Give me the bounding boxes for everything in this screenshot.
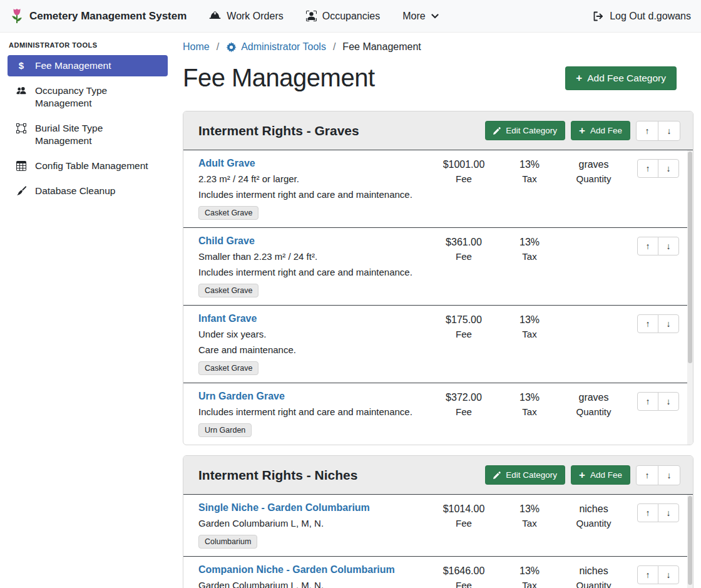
arrow-up-icon: ↑: [646, 570, 650, 580]
sidebar-item-label: Burial Site Type Management: [35, 122, 160, 147]
fee-name-link[interactable]: Child Grave: [198, 235, 429, 247]
fee-description-1: Garden Columbarium L, M, N.: [198, 580, 429, 588]
move-fee-up-button[interactable]: ↑: [637, 237, 658, 255]
move-fee-down-button[interactable]: ↓: [658, 159, 679, 178]
fee-description-1: Smaller than 2.23 m² / 24 ft².: [198, 251, 429, 262]
fee-amount-value: $372.00: [429, 392, 498, 403]
add-fee-button[interactable]: + Add Fee: [571, 465, 630, 485]
move-category-up-button[interactable]: ↑: [636, 465, 658, 485]
fee-tax-label: Tax: [498, 518, 561, 529]
breadcrumb-admin-tools-label: Administrator Tools: [241, 41, 326, 53]
move-fee-down-button[interactable]: ↓: [658, 237, 679, 255]
fee-tax-value: 13%: [498, 314, 561, 326]
arrow-down-icon: ↓: [667, 163, 671, 173]
fee-quantity-value: graves: [561, 392, 627, 403]
add-fee-category-label: Add Fee Category: [587, 73, 666, 84]
fee-quantity-cell: graves Quantity: [561, 391, 627, 417]
nav-occupancies[interactable]: Occupancies: [306, 11, 381, 22]
fee-quantity-label: Quantity: [561, 580, 627, 588]
scrollbar-thumb[interactable]: [688, 496, 692, 585]
fee-description-2: Includes interment right and care and ma…: [198, 189, 429, 200]
arrow-down-icon: ↓: [667, 319, 671, 329]
person-bounding-box-icon: [306, 11, 317, 21]
brand-title: Cemetery Management System: [29, 10, 187, 23]
sidebar-item-database-cleanup[interactable]: Database Cleanup: [8, 180, 168, 202]
fee-name-link[interactable]: Companion Niche - Garden Columbarium: [198, 564, 429, 575]
move-fee-down-button[interactable]: ↓: [658, 314, 679, 333]
fee-name-link[interactable]: Adult Grave: [198, 158, 429, 169]
breadcrumb: Home / Administrator Tools / Fee Managem…: [183, 41, 693, 53]
move-fee-up-button[interactable]: ↑: [637, 314, 658, 333]
fee-amount-cell: $1014.00 Fee: [429, 502, 498, 529]
move-category-down-button[interactable]: ↓: [658, 121, 680, 141]
tulip-logo-icon: [10, 8, 24, 24]
fee-rows: Adult Grave 2.23 m² / 24 ft² or larger. …: [183, 150, 693, 445]
sidebar-item-burial-site-type-management[interactable]: Burial Site Type Management: [8, 118, 168, 152]
vertical-scrollbar[interactable]: [687, 495, 693, 588]
arrow-down-icon: ↓: [667, 508, 671, 518]
fee-name-link[interactable]: Single Niche - Garden Columbarium: [198, 502, 429, 513]
add-fee-button[interactable]: + Add Fee: [571, 121, 630, 140]
table-icon: [15, 161, 28, 171]
fee-type-tag: Columbarium: [198, 535, 257, 549]
edit-category-label: Edit Category: [506, 126, 557, 135]
move-fee-up-button[interactable]: ↑: [637, 503, 658, 522]
arrow-up-icon: ↑: [646, 508, 650, 518]
fee-row: Urn Garden Grave Includes interment righ…: [183, 383, 693, 445]
move-fee-up-button[interactable]: ↑: [637, 159, 658, 178]
add-fee-category-button[interactable]: + Add Fee Category: [565, 66, 677, 90]
nav-more[interactable]: More: [402, 11, 438, 22]
sidebar-item-label: Occupancy Type Management: [35, 85, 160, 110]
logout-icon: [593, 11, 604, 21]
sidebar-item-config-table-management[interactable]: Config Table Management: [8, 155, 168, 177]
fee-name-link[interactable]: Infant Grave: [198, 313, 429, 324]
fee-amount-cell: $361.00 Fee: [429, 235, 498, 262]
nav-work-orders[interactable]: Work Orders: [209, 11, 283, 22]
fee-amount-value: $175.00: [429, 314, 498, 326]
fee-rows: Single Niche - Garden Columbarium Garden…: [183, 495, 693, 588]
fee-type-tag: Casket Grave: [198, 284, 258, 297]
category-body: Adult Grave 2.23 m² / 24 ft² or larger. …: [183, 150, 693, 445]
breadcrumb-home-link[interactable]: Home: [183, 41, 210, 53]
fee-tax-cell: 13% Tax: [498, 564, 561, 588]
fee-row: Infant Grave Under six years. Care and m…: [183, 305, 693, 383]
breadcrumb-admin-tools-link[interactable]: Administrator Tools: [226, 41, 326, 53]
fee-amount-value: $1646.00: [429, 565, 498, 577]
move-category-up-button[interactable]: ↑: [636, 121, 658, 141]
move-fee-down-button[interactable]: ↓: [658, 392, 679, 411]
category-list: Interment Rights - Graves Edit Category …: [183, 111, 693, 588]
move-fee-down-button[interactable]: ↓: [658, 503, 679, 522]
fee-amount-label: Fee: [429, 329, 498, 339]
scrollbar-thumb[interactable]: [688, 152, 692, 363]
fee-info: Child Grave Smaller than 2.23 m² / 24 ft…: [198, 235, 429, 297]
bounding-box-icon: [15, 123, 28, 133]
add-fee-label: Add Fee: [590, 126, 622, 135]
sidebar-item-occupancy-type-management[interactable]: Occupancy Type Management: [8, 80, 168, 114]
fee-amount-label: Fee: [429, 518, 498, 529]
logout-button[interactable]: Log Out d.gowans: [593, 11, 691, 22]
breadcrumb-separator: /: [217, 41, 219, 53]
edit-category-button[interactable]: Edit Category: [485, 465, 565, 485]
arrow-down-icon: ↓: [667, 470, 672, 480]
edit-category-button[interactable]: Edit Category: [485, 121, 565, 140]
fee-reorder-buttons: ↑ ↓: [627, 564, 679, 584]
fee-category-card: Interment Rights - Niches Edit Category …: [183, 455, 693, 588]
move-fee-down-button[interactable]: ↓: [658, 565, 679, 584]
category-reorder-buttons: ↑ ↓: [636, 121, 680, 141]
move-fee-up-button[interactable]: ↑: [637, 565, 658, 584]
fee-quantity-value: niches: [561, 565, 627, 577]
fee-name-link[interactable]: Urn Garden Grave: [198, 391, 429, 402]
move-category-down-button[interactable]: ↓: [658, 465, 680, 485]
fee-row: Adult Grave 2.23 m² / 24 ft² or larger. …: [183, 150, 693, 227]
vertical-scrollbar[interactable]: [687, 150, 693, 445]
fee-amount-label: Fee: [429, 580, 498, 588]
sidebar-item-fee-management[interactable]: $ Fee Management: [8, 55, 168, 76]
move-fee-up-button[interactable]: ↑: [637, 392, 658, 411]
brand[interactable]: Cemetery Management System: [10, 8, 187, 24]
fee-tax-cell: 13% Tax: [498, 313, 561, 339]
chevron-down-icon: [431, 14, 439, 19]
people-icon: [15, 86, 28, 95]
fee-info: Companion Niche - Garden Columbarium Gar…: [198, 564, 429, 588]
logout-label: Log Out d.gowans: [610, 11, 691, 22]
fee-info: Urn Garden Grave Includes interment righ…: [198, 391, 429, 437]
